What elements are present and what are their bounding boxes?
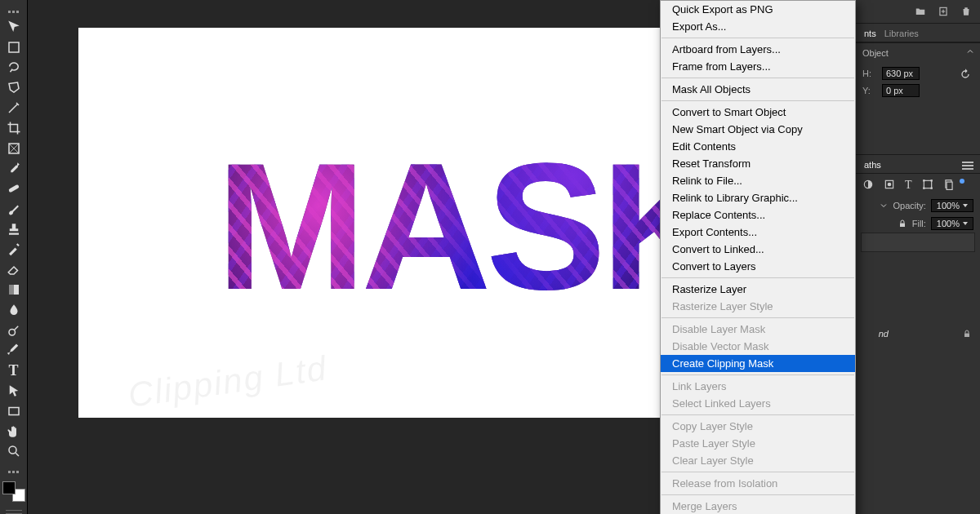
tool-stamp[interactable] [4, 220, 24, 237]
menu-item-export-as[interactable]: Export As... [661, 18, 855, 35]
height-label: H: [862, 69, 877, 78]
mask-icon[interactable] [884, 179, 895, 190]
menu-item-rasterize-layer[interactable]: Rasterize Layer [661, 281, 855, 298]
new-doc-icon[interactable] [938, 6, 949, 17]
menu-item-mask-all-objects[interactable]: Mask All Objects [661, 81, 855, 98]
tool-blur[interactable] [4, 301, 24, 318]
svg-rect-16 [930, 188, 932, 189]
svg-rect-2 [8, 184, 20, 193]
tool-pen[interactable] [4, 342, 24, 359]
menu-item-paste-layer-style: Paste Layer Style [661, 435, 855, 452]
tool-heal[interactable] [4, 180, 24, 197]
svg-rect-6 [9, 407, 19, 414]
tool-history-brush[interactable] [4, 241, 24, 258]
menu-item-reset-transform[interactable]: Reset Transform [661, 155, 855, 172]
tool-frame[interactable] [4, 140, 24, 157]
menu-item-rasterize-layer-style: Rasterize Layer Style [661, 298, 855, 315]
bounds-icon[interactable] [922, 179, 933, 190]
menu-item-convert-to-layers[interactable]: Convert to Layers [661, 258, 855, 275]
svg-rect-15 [923, 188, 924, 189]
tool-hand[interactable] [4, 423, 24, 440]
height-field[interactable]: 630 px [882, 67, 920, 80]
tab-adjustments[interactable]: nts [864, 29, 876, 38]
layer-effects-strip: T [856, 174, 980, 197]
folder-icon[interactable] [915, 6, 926, 17]
tool-rectangle[interactable] [4, 402, 24, 419]
menu-item-artboard-from-layers[interactable]: Artboard from Layers... [661, 41, 855, 58]
chevron-down-icon[interactable] [879, 201, 889, 210]
tab-paths[interactable]: aths [864, 160, 881, 170]
lock-icon[interactable] [898, 219, 907, 228]
layer-name-tail: nd [879, 329, 889, 339]
svg-rect-12 [924, 180, 931, 188]
properties-panel: Object H: 630 px Y: 0 px [856, 42, 980, 154]
menu-item-clear-layer-style: Clear Layer Style [661, 452, 855, 469]
tool-type[interactable]: T [4, 362, 24, 379]
tool-eraser[interactable] [4, 261, 24, 278]
panel-header-icons [856, 0, 980, 23]
menu-item-merge-layers: Merge Layers [661, 498, 855, 514]
tool-move[interactable] [4, 19, 24, 36]
type-effect-icon[interactable]: T [905, 179, 912, 192]
menu-item-export-contents[interactable]: Export Contents... [661, 224, 855, 241]
svg-rect-18 [947, 182, 952, 189]
menu-item-frame-from-layers[interactable]: Frame from Layers... [661, 58, 855, 75]
watermark: Clipping Ltd [126, 348, 330, 415]
menu-item-copy-layer-style: Copy Layer Style [661, 418, 855, 435]
fill-label: Fill: [912, 219, 926, 228]
opacity-label: Opacity: [893, 201, 926, 210]
menu-separator [662, 317, 854, 318]
menu-item-disable-vector-mask: Disable Vector Mask [661, 338, 855, 355]
chevron-up-icon[interactable] [965, 47, 975, 56]
properties-subtitle: Object [862, 48, 973, 58]
opacity-field[interactable]: 100% [931, 199, 973, 212]
tool-brush[interactable] [4, 201, 24, 218]
svg-rect-14 [930, 179, 932, 181]
tool-eyedropper[interactable] [4, 160, 24, 177]
tool-crop[interactable] [4, 119, 24, 136]
svg-point-7 [9, 446, 16, 454]
reset-icon[interactable] [959, 68, 972, 81]
menu-separator [662, 374, 854, 375]
tool-artboard[interactable] [4, 38, 24, 55]
tab-libraries[interactable]: Libraries [884, 29, 919, 38]
notification-dot-icon [960, 179, 964, 184]
tool-poly-lasso[interactable] [4, 79, 24, 96]
menu-item-edit-contents[interactable]: Edit Contents [661, 138, 855, 155]
paths-panel: aths T Opacity: 100% Fill: 100% nd [856, 154, 980, 342]
menu-item-convert-to-linked[interactable]: Convert to Linked... [661, 241, 855, 258]
menu-item-release-from-isolation: Release from Isolation [661, 475, 855, 492]
tool-zoom[interactable] [4, 443, 24, 460]
y-field[interactable]: 0 px [882, 84, 920, 97]
panel-menu-icon[interactable] [962, 160, 973, 168]
menu-item-relink-to-file[interactable]: Relink to File... [661, 172, 855, 189]
tool-gradient[interactable] [4, 281, 24, 299]
tool-path-select[interactable] [4, 383, 24, 400]
fill-field[interactable]: 100% [931, 217, 973, 230]
menu-item-new-smart-object-via-copy[interactable]: New Smart Object via Copy [661, 121, 855, 138]
menu-item-replace-contents[interactable]: Replace Contents... [661, 206, 855, 224]
tool-wand[interactable] [4, 100, 24, 117]
menu-item-convert-to-smart-object[interactable]: Convert to Smart Object [661, 104, 855, 121]
menu-separator [662, 277, 854, 278]
menu-item-quick-export-as-png[interactable]: Quick Export as PNG [661, 1, 855, 18]
foreground-background-swatch[interactable] [2, 481, 25, 501]
smart-icon[interactable] [943, 179, 955, 190]
blend-icon[interactable] [862, 179, 874, 190]
menu-separator [662, 414, 854, 415]
menu-item-disable-layer-mask: Disable Layer Mask [661, 321, 855, 338]
menu-item-relink-to-library-graphic[interactable]: Relink to Library Graphic... [661, 189, 855, 206]
menu-separator [662, 494, 854, 495]
tool-lasso[interactable] [4, 59, 24, 76]
menu-item-create-clipping-mask[interactable]: Create Clipping Mask [661, 355, 855, 372]
svg-rect-20 [964, 334, 969, 338]
trash-icon[interactable] [960, 6, 972, 17]
svg-point-5 [9, 329, 16, 335]
tool-more-icon[interactable] [6, 468, 22, 476]
menu-item-select-linked-layers: Select Linked Layers [661, 395, 855, 412]
layer-row[interactable] [861, 233, 975, 252]
tool-dodge[interactable] [4, 321, 24, 339]
menu-item-link-layers: Link Layers [661, 378, 855, 395]
toolbox: T [0, 0, 28, 514]
svg-rect-4 [9, 285, 14, 295]
